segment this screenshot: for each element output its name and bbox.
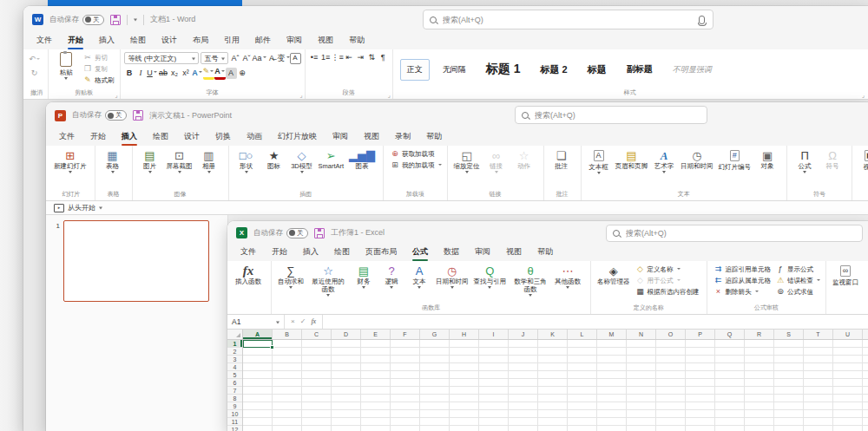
column-header[interactable]: H	[450, 330, 479, 339]
search-input[interactable]	[533, 110, 700, 121]
autosave-control[interactable]: 自动保存 关	[253, 228, 308, 238]
underline-button[interactable]: U	[147, 68, 158, 79]
clear-formatting-button[interactable]: A̶	[266, 53, 278, 64]
autosum-button[interactable]: ∑ 自动求和	[275, 262, 306, 291]
tab-draw[interactable]: 绘图	[145, 128, 176, 146]
excel-search-box[interactable]	[606, 225, 863, 242]
autosave-control[interactable]: 自动保存 关	[49, 15, 104, 25]
3d-models-button[interactable]: ◇ 3D模型	[288, 147, 316, 175]
row-header[interactable]: 3	[227, 356, 242, 363]
logical-button[interactable]: ? 逻辑	[378, 262, 405, 291]
character-border-button[interactable]: A	[290, 53, 301, 64]
pictures-button[interactable]: ▤ 图片	[136, 147, 164, 175]
column-header[interactable]: Q	[715, 330, 745, 339]
header-footer-button[interactable]: ▤ 页眉和页脚	[613, 147, 651, 170]
row-header[interactable]: 5	[227, 371, 242, 379]
font-size-select[interactable]: 五号	[201, 52, 228, 64]
row-header[interactable]: 8	[227, 395, 242, 402]
powerpoint-search-box[interactable]	[515, 106, 707, 124]
row-header[interactable]: 6	[227, 379, 242, 387]
tab-insert[interactable]: 插入	[114, 128, 145, 146]
tab-formulas[interactable]: 公式	[404, 244, 436, 261]
tab-insert[interactable]: 插入	[91, 32, 122, 49]
row-header[interactable]: 12	[227, 426, 242, 431]
qat-customize-chevron-icon[interactable]	[134, 19, 137, 23]
font-name-select[interactable]: 等线 (中文正文)	[124, 52, 199, 64]
column-header[interactable]: L	[568, 330, 597, 339]
autosave-toggle[interactable]: 关	[105, 110, 127, 121]
multilevel-list-button[interactable]: ⋮≡	[332, 52, 344, 63]
grow-font-button[interactable]: Aˆ	[230, 53, 241, 64]
autosave-toggle[interactable]: 关	[286, 228, 308, 238]
row-header[interactable]: 1	[227, 340, 242, 348]
clipboard-dialog-launcher[interactable]: ⌟	[115, 93, 117, 99]
more-functions-button[interactable]: ⋯ 其他函数	[552, 262, 583, 291]
text-functions-button[interactable]: A 文本	[405, 262, 433, 291]
increase-indent-button[interactable]: ⇥	[355, 52, 366, 63]
insert-function-button[interactable]: fx 插入函数	[233, 262, 264, 285]
tab-transitions[interactable]: 切换	[207, 128, 239, 146]
tab-page-layout[interactable]: 页面布局	[358, 244, 404, 261]
date-time-functions-button[interactable]: ◷ 日期和时间	[433, 262, 471, 291]
shapes-button[interactable]: □○ 形状	[233, 147, 260, 175]
column-header[interactable]: U	[833, 330, 863, 339]
save-icon[interactable]	[314, 228, 325, 238]
date-time-button[interactable]: ◷ 日期和时间	[678, 147, 716, 170]
column-header[interactable]: E	[361, 330, 391, 339]
new-slide-button[interactable]: ⊞ 新建幻灯片	[51, 147, 89, 175]
wordart-button[interactable]: A 艺术字	[650, 147, 678, 175]
superscript-button[interactable]: x²	[181, 68, 192, 79]
numbering-button[interactable]: 1≡	[320, 52, 332, 63]
recent-functions-button[interactable]: ☆ 最近使用的函数	[306, 262, 350, 298]
row-header[interactable]: 9	[227, 402, 242, 410]
insert-function-small-button[interactable]: fx	[311, 318, 316, 325]
tab-record[interactable]: 录制	[387, 128, 418, 146]
math-trig-button[interactable]: θ 数学和三角函数	[509, 262, 552, 298]
tab-insert[interactable]: 插入	[295, 244, 326, 261]
tab-draw[interactable]: 绘图	[326, 244, 358, 261]
column-header[interactable]: N	[627, 330, 656, 339]
tab-layout[interactable]: 布局	[185, 32, 216, 49]
tab-file[interactable]: 文件	[51, 128, 82, 146]
italic-button[interactable]: I	[135, 68, 147, 79]
tab-view[interactable]: 视图	[498, 244, 529, 261]
video-button[interactable]: ▶ 视频	[856, 147, 868, 176]
column-header[interactable]: D	[332, 330, 361, 339]
style-title[interactable]: 标题	[581, 58, 614, 82]
get-add-ins-button[interactable]: ⊕ 获取加载项	[389, 148, 444, 160]
remove-arrows-button[interactable]: × 删除箭头	[713, 286, 773, 297]
tab-review[interactable]: 审阅	[325, 128, 356, 146]
copy-button[interactable]: ❐ 复制	[82, 63, 116, 75]
photo-album-button[interactable]: ▥ 相册	[195, 147, 223, 175]
trace-dependents-button[interactable]: ⇇ 追踪从属单元格	[713, 275, 773, 286]
search-input[interactable]	[624, 228, 856, 238]
cancel-button[interactable]: ×	[291, 318, 295, 325]
screenshot-button[interactable]: ⊡ 屏幕截图	[164, 147, 195, 175]
chevron-down-icon[interactable]	[99, 207, 102, 212]
phonetic-guide-button[interactable]: 变	[278, 53, 290, 64]
action-button[interactable]: ☆ 动作	[510, 147, 538, 170]
tab-slideshow[interactable]: 幻灯片放映	[270, 128, 325, 146]
tab-references[interactable]: 引用	[216, 32, 247, 49]
column-header[interactable]: A	[243, 330, 273, 339]
column-header[interactable]: B	[273, 330, 302, 339]
chart-button[interactable]: ▂▅▇ 图表	[346, 147, 378, 170]
autosave-control[interactable]: 自动保存 关	[72, 110, 127, 121]
bold-button[interactable]: B	[124, 68, 135, 79]
tab-file[interactable]: 文件	[29, 32, 60, 49]
tab-design[interactable]: 设计	[154, 32, 185, 49]
watch-window-button[interactable]: ∞ 监视窗口	[830, 262, 861, 286]
object-button[interactable]: ▣ 对象	[753, 147, 781, 170]
row-header[interactable]: 2	[227, 348, 242, 356]
column-header[interactable]: K	[538, 330, 568, 339]
save-icon[interactable]	[133, 110, 143, 121]
sort-button[interactable]: ⇅	[366, 52, 378, 63]
new-comment-button[interactable]: ❏ 批注	[548, 147, 575, 170]
paragraph-dialog-launcher[interactable]: ⌟	[388, 93, 391, 99]
row-header[interactable]: 4	[227, 363, 242, 371]
column-header[interactable]: P	[686, 330, 715, 339]
styles-dialog-launcher[interactable]: ⌟	[862, 93, 865, 99]
column-header[interactable]: C	[302, 330, 332, 339]
row-header[interactable]: 7	[227, 387, 242, 395]
tab-draw[interactable]: 绘图	[122, 32, 154, 49]
